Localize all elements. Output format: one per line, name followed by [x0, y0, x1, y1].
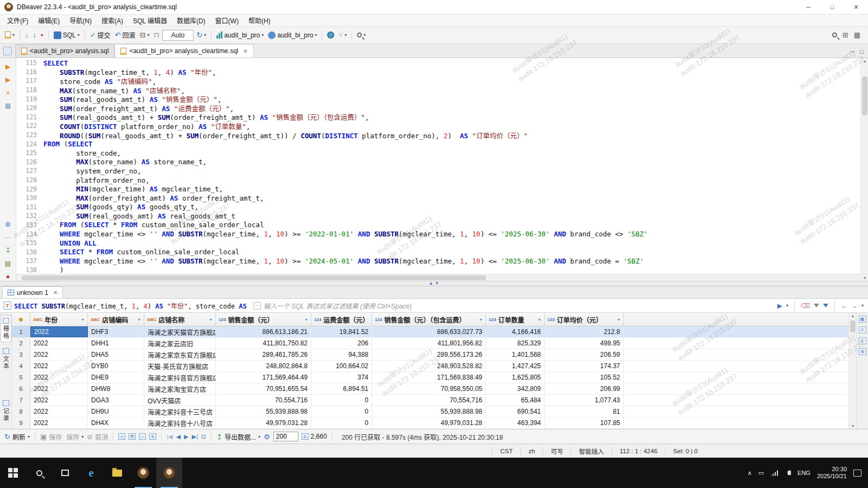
apply-filter-icon[interactable]: ▶	[777, 302, 782, 310]
nav-back-icon[interactable]: ←	[841, 302, 847, 310]
volume-icon[interactable]	[788, 471, 791, 475]
go-to-row-icon[interactable]: ⊡	[201, 433, 206, 440]
scroll-up-icon[interactable]: ▲	[849, 314, 857, 318]
result-settings-gear-icon[interactable]: ⚙	[264, 433, 270, 440]
commit-button[interactable]: ✓提交	[88, 29, 112, 41]
cell[interactable]: 2022	[30, 326, 88, 337]
sql-menu-button[interactable]: SQL▾	[52, 30, 81, 40]
cell[interactable]: 55,939,888.98	[372, 406, 486, 417]
erase-filter-icon[interactable]: ⌫	[801, 302, 810, 310]
log-book-icon[interactable]: ▤	[3, 259, 12, 268]
cell[interactable]: 2022	[30, 349, 88, 360]
statusbar-insert-mode[interactable]: 智能插入	[571, 447, 611, 455]
results-tab-unknown1[interactable]: unknown 1 ✕	[2, 286, 63, 298]
panel-value-viewer-icon[interactable]: ▦	[859, 316, 866, 323]
cell[interactable]: 2022	[30, 383, 88, 394]
fetch-size-input[interactable]	[273, 432, 298, 441]
tray-display-icon[interactable]: ▭	[758, 470, 764, 477]
cell[interactable]: 825,329	[486, 338, 545, 349]
cell[interactable]: 289,461,785.26	[216, 349, 311, 360]
column-header-5[interactable]: 123销售金额（元）（包含运费）▼	[372, 313, 486, 326]
export-icon[interactable]: ↧	[3, 246, 12, 255]
cell[interactable]: 1,401,568	[486, 349, 545, 360]
filter-history-caret-icon[interactable]: ▾	[786, 303, 788, 308]
statusbar-caret-position[interactable]: 112 : 1 : 4246	[611, 447, 665, 455]
settings-gear-icon[interactable]: ⚙	[3, 220, 12, 229]
execute-statement-icon[interactable]: ▶	[3, 62, 12, 72]
cell[interactable]: 海澜之家天猫官方旗舰店	[144, 326, 216, 337]
collapse-up-icon[interactable]: ▲	[429, 281, 433, 286]
sql-editor[interactable]: 115SELECT116 SUBSTR(mgclear_time_t, 1, 4…	[16, 58, 860, 281]
nav-forward-icon[interactable]: →	[851, 302, 858, 310]
cell[interactable]: 463,394	[486, 418, 545, 428]
task-view-button[interactable]	[52, 458, 78, 488]
cell[interactable]: 411,801,956.82	[372, 338, 486, 349]
cell[interactable]: 171,569,838.49	[372, 372, 486, 383]
transaction-mode-button[interactable]: ⊟▾	[138, 30, 151, 40]
connection-selector[interactable]: audit_bi_pro▾	[215, 30, 265, 40]
cell[interactable]: 70,951,655.54	[216, 383, 311, 394]
menu-item-file[interactable]: 文件(F)	[2, 15, 33, 26]
last-row-icon[interactable]: ▶|	[192, 433, 197, 440]
tab-analysis-cleartime-sql[interactable]: <audit_bi_pro> analysis_cleartime.sql ✕	[114, 44, 253, 57]
cell[interactable]: DHE9	[88, 372, 144, 383]
collapse-down-icon[interactable]: ▼	[435, 281, 439, 286]
next-row-icon[interactable]: ▶	[184, 433, 188, 440]
cell[interactable]: 海澜之家云店旧	[144, 338, 216, 349]
column-header-6[interactable]: 123订单数量▼	[486, 313, 545, 326]
cancel-button[interactable]: ⊘取消	[87, 432, 108, 441]
tab-analysis-sql[interactable]: <audit_bi_pro> analysis.sql	[15, 44, 114, 57]
view-tab-text[interactable]: 文本	[1, 345, 11, 373]
first-row-icon[interactable]: |◀	[167, 433, 173, 440]
panel-references-icon[interactable]: ⧉	[859, 348, 866, 355]
cell[interactable]: 248,903,528.82	[372, 361, 486, 371]
taskbar-search-button[interactable]	[26, 458, 52, 488]
cell[interactable]: 海澜之家京东官方旗舰店	[144, 349, 216, 360]
explain-plan-icon[interactable]: ▦	[3, 101, 12, 111]
menu-item-search[interactable]: 搜索(A)	[97, 15, 128, 26]
prev-row-icon[interactable]: ◀	[176, 433, 181, 440]
cell[interactable]: 206	[311, 338, 372, 349]
cell[interactable]: 886,613,186.21	[216, 326, 311, 337]
row-count-button[interactable]: Σ2,660	[302, 433, 327, 440]
table-row[interactable]: 72022DGA3OVV天猫店70,554,716070,554,71665,4…	[12, 395, 848, 406]
cell[interactable]: DYB0	[88, 361, 144, 371]
cell[interactable]: 70,958,550.05	[372, 383, 486, 394]
cell[interactable]: 49,979,031.28	[216, 418, 311, 428]
table-row[interactable]: 52022DHE9海澜之家抖音官方旗舰店171,569,464.49374171…	[12, 372, 848, 383]
cell[interactable]: 289,556,173.26	[372, 349, 486, 360]
scroll-down-icon[interactable]: ▼	[861, 276, 868, 280]
cell[interactable]: 天猫·英氏官方旗舰店	[144, 361, 216, 371]
table-row[interactable]: 82022DH9U海澜之家抖音十三号店55,939,888.98055,939,…	[12, 406, 848, 418]
row-number[interactable]: 6	[12, 383, 30, 394]
row-number[interactable]: 8	[12, 406, 30, 417]
menu-item-help[interactable]: 帮助(H)	[244, 15, 276, 26]
taskbar-app-dbeaver-2[interactable]	[156, 458, 182, 488]
refresh-schedule-button[interactable]: ↻▾	[195, 30, 208, 40]
grid-vertical-scrollbar[interactable]: ▲ ▼	[848, 313, 856, 429]
cell[interactable]: 2022	[30, 418, 88, 428]
script-errors-button[interactable]: ▪	[39, 30, 45, 40]
row-number[interactable]: 9	[12, 418, 30, 428]
editor-results-sash[interactable]: ▲▼	[0, 281, 868, 286]
cell[interactable]: 498.95	[545, 338, 624, 349]
table-row[interactable]: 42022DYB0天猫·英氏官方旗舰店248,802,864.8100,664.…	[12, 361, 848, 372]
cell[interactable]: 70,554,716	[216, 395, 311, 406]
statusbar-timezone[interactable]: CST	[492, 447, 520, 455]
cell[interactable]: 690,541	[486, 406, 545, 417]
taskbar-app-ie[interactable]: e	[78, 458, 104, 488]
minimize-button[interactable]: ─	[796, 0, 820, 14]
cell[interactable]: DHF3	[88, 326, 144, 337]
cell[interactable]: 100,664.02	[311, 361, 372, 371]
filter-caret-icon[interactable]: ▼	[137, 318, 141, 322]
filter-caret-icon[interactable]: ▼	[479, 318, 483, 322]
pin-icon[interactable]: ●	[3, 272, 12, 281]
table-row[interactable]: 62022DHW8海澜之家淘宝官方店70,951,655.546,894.517…	[12, 383, 848, 395]
close-tab-icon[interactable]: ✕	[53, 290, 58, 296]
menu-item-database[interactable]: 数据库(D)	[172, 15, 210, 26]
load-script-button[interactable]: ↓	[23, 30, 30, 40]
save-button[interactable]: ▣保存保存▾	[40, 432, 84, 441]
search-icon[interactable]	[832, 33, 837, 37]
table-row[interactable]: 32022DHA5海澜之家京东官方旗舰店289,461,785.2694,388…	[12, 349, 848, 361]
export-data-button[interactable]: ↥导出数据...▾	[216, 432, 260, 441]
